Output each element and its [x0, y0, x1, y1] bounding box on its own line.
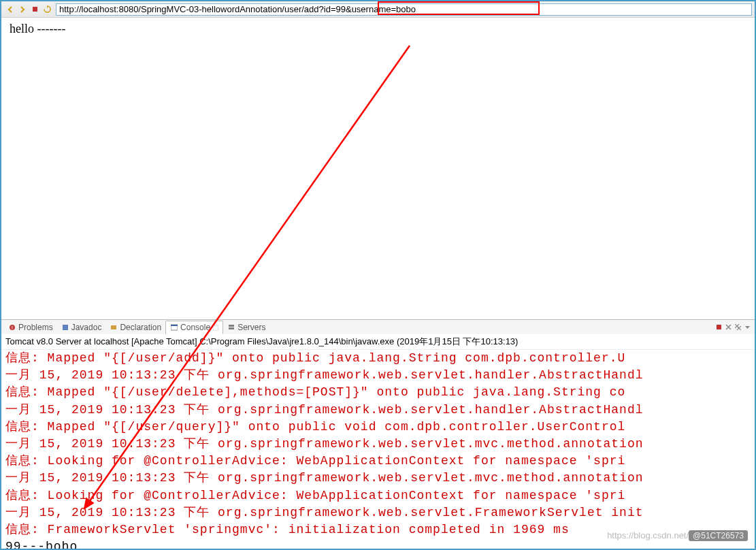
svg-rect-4: [111, 325, 116, 329]
tab-label: Javadoc: [71, 323, 102, 332]
console-line: 信息: Mapped "{[/user/query]}" onto public…: [5, 419, 751, 436]
console-line: 一月 15, 2019 10:13:23 下午 org.springframew…: [5, 436, 751, 453]
svg-rect-3: [63, 325, 68, 330]
svg-rect-7: [229, 325, 234, 327]
browser-content: hello -------: [1, 18, 755, 319]
svg-rect-0: [33, 7, 37, 12]
tab-problems[interactable]: ! Problems: [4, 321, 57, 334]
annotation-box: [378, 1, 540, 15]
remove-icon[interactable]: [724, 323, 733, 331]
tab-label: Console: [180, 323, 210, 332]
svg-text:!: !: [12, 325, 13, 330]
tab-servers[interactable]: Servers: [223, 321, 269, 334]
dropdown-icon[interactable]: [743, 323, 752, 331]
terminate-icon[interactable]: [714, 323, 723, 331]
svg-rect-8: [229, 327, 234, 329]
stop-button[interactable]: [30, 5, 39, 14]
console-line: 一月 15, 2019 10:13:23 下午 org.springframew…: [5, 367, 751, 384]
console-icon: [170, 323, 178, 331]
declaration-icon: [110, 323, 118, 331]
console-line: 一月 15, 2019 10:13:23 下午 org.springframew…: [5, 504, 751, 521]
console-header: Tomcat v8.0 Server at localhost [Apache …: [1, 334, 755, 350]
watermark-badge: @51CT26573: [689, 530, 748, 541]
tabs-bar: ! Problems Javadoc Declaration Console ⬚…: [1, 319, 755, 334]
problems-icon: !: [8, 323, 16, 331]
remove-all-icon[interactable]: [734, 323, 742, 331]
svg-rect-9: [717, 325, 721, 329]
console-line: 信息: Mapped "{[/user/add]}" onto public j…: [5, 350, 751, 367]
console-line: 信息: Looking for @ControllerAdvice: WebAp…: [5, 487, 751, 504]
servers-icon: [227, 323, 235, 331]
tab-pin-icon: ⬚: [212, 323, 218, 331]
console-line: 信息: Mapped "{[/user/delete],methods=[POS…: [5, 384, 751, 401]
tab-label: Servers: [237, 323, 265, 332]
tab-declaration[interactable]: Declaration: [105, 321, 165, 334]
page-text: hello -------: [10, 22, 65, 35]
watermark: https://blog.csdn.net/@51CT26573: [607, 530, 748, 540]
watermark-left: https://blog.csdn.net/: [607, 530, 689, 540]
back-button[interactable]: [5, 5, 15, 14]
console-line: 一月 15, 2019 10:13:23 下午 org.springframew…: [5, 402, 751, 419]
console-actions: [714, 323, 752, 331]
console-line: 信息: Looking for @ControllerAdvice: WebAp…: [5, 453, 751, 470]
console-line: 一月 15, 2019 10:13:23 下午 org.springframew…: [5, 470, 751, 487]
forward-button[interactable]: [18, 5, 27, 14]
svg-rect-6: [171, 325, 178, 326]
console-output[interactable]: 信息: Mapped "{[/user/add]}" onto public j…: [1, 350, 755, 550]
tab-console[interactable]: Console ⬚: [165, 321, 223, 334]
tab-javadoc[interactable]: Javadoc: [57, 321, 106, 334]
javadoc-icon: [61, 323, 69, 331]
tab-label: Problems: [18, 323, 53, 332]
tab-label: Declaration: [120, 323, 161, 332]
refresh-button[interactable]: [42, 5, 52, 14]
